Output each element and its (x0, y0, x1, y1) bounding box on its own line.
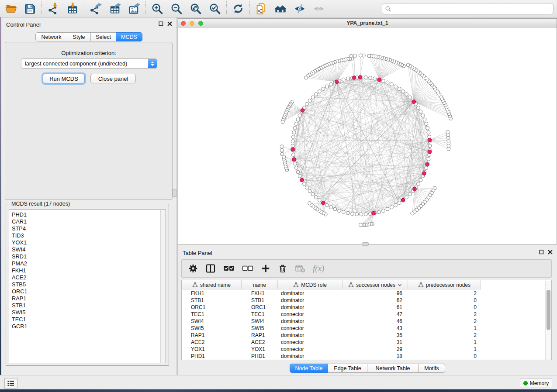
mcds-result-item[interactable]: FKH1 (12, 267, 166, 274)
tree-hierarchy-icon (192, 282, 198, 288)
mcds-result-item[interactable]: GCR1 (12, 323, 166, 330)
column-header-shared-name[interactable]: shared name (182, 280, 242, 289)
mcds-result-item[interactable]: TID3 (12, 232, 166, 239)
mcds-result-item[interactable]: YOX1 (12, 239, 166, 246)
zoom-in-icon[interactable] (150, 2, 165, 16)
table-row[interactable]: TEC1TEC1connector472 (182, 311, 545, 318)
network-share-file-icon[interactable] (254, 2, 269, 16)
table-row[interactable]: RAP1RAP1dominator352 (182, 332, 545, 339)
main-toolbar (0, 0, 557, 17)
control-panel-title: Control Panel (6, 21, 41, 28)
criterion-dropdown[interactable]: largest connected component (undirected) (21, 58, 157, 69)
tab-style[interactable]: Style (67, 32, 91, 41)
deselect-all-rows-icon[interactable] (242, 263, 253, 274)
table-settings-gear-icon[interactable] (188, 264, 198, 273)
column-header-successor-nodes[interactable]: successor nodes (343, 280, 408, 289)
tab-network[interactable]: Network (35, 32, 67, 41)
network-canvas[interactable] (178, 28, 557, 244)
search-box[interactable] (382, 3, 554, 14)
desktop-wallpaper-bottom (0, 389, 557, 392)
network-window-titlebar[interactable]: YPA_prune.txt_1 (178, 19, 557, 28)
tab-mcds[interactable]: MCDS (116, 32, 142, 41)
zoom-out-icon[interactable] (169, 2, 184, 16)
show-columns-icon[interactable] (205, 263, 216, 274)
criterion-dropdown-value: largest connected component (undirected) (21, 61, 148, 67)
close-panel-icon[interactable] (167, 21, 172, 26)
float-table-panel-icon[interactable] (539, 250, 544, 254)
panel-splitter-grip[interactable] (173, 189, 177, 197)
show-panels-icon[interactable] (273, 2, 288, 16)
zoom-fit-icon[interactable] (188, 2, 203, 16)
memory-button[interactable]: Memory (520, 378, 552, 388)
add-column-icon[interactable] (261, 264, 270, 273)
column-header-predecessor-nodes[interactable]: predecessor nodes (408, 280, 481, 289)
import-network-icon[interactable] (46, 2, 61, 16)
table-row[interactable]: ACE2ACE2connector311 (182, 339, 545, 346)
tab-node-table[interactable]: Node Table (290, 364, 328, 373)
import-table-icon[interactable] (65, 2, 80, 16)
table-row[interactable]: SWI5SWI5connector431 (182, 325, 545, 332)
table-row[interactable]: ORC1ORC1dominator610 (182, 304, 545, 311)
table-scrollbar-thumb[interactable] (547, 290, 550, 330)
hide-graphics-icon[interactable] (292, 2, 307, 16)
mcds-result-item[interactable]: ORC1 (12, 288, 166, 295)
close-panel-button[interactable]: Close panel (90, 74, 136, 83)
sort-chevron-icon[interactable] (398, 283, 402, 287)
mcds-result-item[interactable]: STB1 (12, 302, 166, 309)
select-all-rows-icon[interactable] (223, 263, 235, 274)
mcds-result-item[interactable]: PMA2 (12, 260, 166, 267)
zoom-selected-icon[interactable] (208, 2, 222, 16)
table-row[interactable]: STB1STB1dominator620 (182, 297, 545, 304)
close-table-panel-icon[interactable] (548, 250, 553, 254)
control-panel: Control Panel NetworkStyleSelectMCDS Opt… (1, 17, 176, 375)
float-panel-icon[interactable] (159, 21, 163, 26)
status-bar: Memory (0, 375, 557, 389)
table-scrollbar[interactable] (545, 281, 551, 360)
table-row[interactable]: YOX1YOX1connector291 (182, 346, 545, 353)
tab-select[interactable]: Select (91, 32, 116, 41)
mcds-list-scrollbar[interactable] (160, 210, 166, 363)
mcds-result-item[interactable]: ACE2 (12, 274, 166, 281)
toolbar-separator (249, 1, 250, 16)
table-row[interactable]: PHD1PHD1dominator180 (182, 353, 545, 360)
mcds-result-item[interactable]: STB5 (12, 281, 166, 288)
table-panel-tabs: Node TableEdge TableNetwork TableMotifs (290, 364, 445, 373)
tree-hierarchy-icon (293, 282, 299, 288)
table-row[interactable]: FKH1FKH1dominator962 (182, 290, 545, 297)
table-row[interactable]: SWI4SWI4dominator462 (182, 318, 545, 325)
mcds-result-title: MCDS result (17 nodes) (10, 201, 72, 207)
export-table-icon[interactable] (107, 2, 122, 16)
mcds-result-item[interactable]: SWI4 (12, 246, 166, 253)
mcds-result-item[interactable]: CAR1 (12, 218, 166, 225)
export-image-icon[interactable] (127, 2, 142, 16)
tab-motifs[interactable]: Motifs (419, 364, 445, 373)
export-network-icon[interactable] (88, 2, 103, 16)
delete-column-icon[interactable] (278, 264, 287, 273)
table-splitter-grip[interactable] (362, 242, 369, 246)
table-toolbar: f(x) (181, 259, 552, 278)
search-input[interactable] (393, 5, 550, 12)
mcds-result-item[interactable]: STP4 (12, 225, 166, 232)
tab-edge-table[interactable]: Edge Table (328, 364, 367, 373)
column-header-name[interactable]: name (242, 280, 278, 289)
mcds-result-item[interactable]: TEC1 (12, 316, 166, 323)
memory-status-dot (523, 381, 528, 385)
table-panel: Table Panel f(x) shared namenameMCDS rol… (178, 246, 557, 375)
mcds-result-item[interactable]: SRD1 (12, 253, 166, 260)
run-mcds-button[interactable]: Run MCDS (43, 74, 85, 83)
toolbar-separator (226, 1, 227, 16)
task-history-button[interactable] (4, 378, 17, 389)
mcds-result-item[interactable]: SWI5 (12, 309, 166, 316)
open-file-icon[interactable] (3, 2, 18, 16)
toolbar-separator (145, 1, 146, 16)
mcds-result-item[interactable]: RAP1 (12, 295, 166, 302)
mcds-result-groupbox: MCDS result (17 nodes) PHD1CAR1STP4TID3Y… (6, 204, 169, 366)
mcds-result-list[interactable]: PHD1CAR1STP4TID3YOX1SWI4SRD1PMA2FKH1ACE2… (9, 210, 166, 363)
save-session-icon[interactable] (23, 2, 38, 16)
tab-network-table[interactable]: Network Table (367, 364, 419, 373)
column-header-MCDS-role[interactable]: MCDS role (278, 280, 343, 289)
toolbar-separator (42, 1, 42, 16)
refresh-icon[interactable] (231, 2, 246, 16)
mcds-result-item[interactable]: PHD1 (12, 211, 166, 218)
toolbar-separator (84, 1, 84, 16)
